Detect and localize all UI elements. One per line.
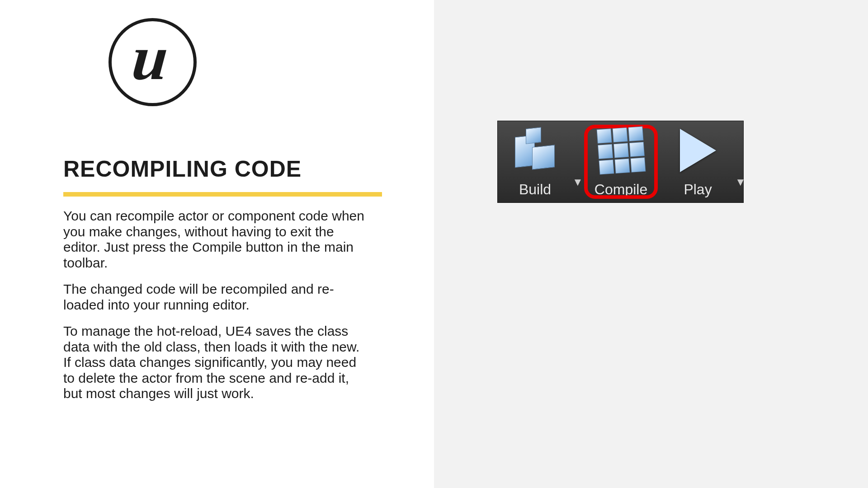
toolbar-build-item: Build	[498, 121, 572, 202]
play-icon	[680, 121, 716, 179]
compile-label: Compile	[594, 181, 647, 198]
slide-heading: RECOMPILING CODE	[63, 156, 371, 182]
left-panel: u RECOMPILING CODE You can recompile act…	[0, 0, 434, 488]
toolbar-play-item: Play	[660, 121, 735, 202]
unreal-logo: u	[108, 18, 197, 106]
build-dropdown-chevron-icon: ▼	[572, 135, 581, 188]
play-label: Play	[684, 181, 712, 198]
paragraph-3: To manage the hot-reload, UE4 saves the …	[63, 324, 371, 402]
toolbar-compile-item: Compile	[581, 121, 660, 202]
logo-wrap: u	[108, 18, 371, 106]
build-label: Build	[519, 181, 551, 198]
toolbar-screenshot: Build ▼ Compile Play ▼	[497, 121, 744, 203]
unreal-logo-letter: u	[129, 26, 170, 89]
paragraph-1: You can recompile actor or component cod…	[63, 208, 371, 271]
compile-icon	[598, 121, 644, 179]
heading-underline	[63, 192, 382, 197]
play-dropdown-chevron-icon: ▼	[735, 135, 744, 188]
right-panel: Build ▼ Compile Play ▼	[434, 0, 868, 488]
paragraph-2: The changed code will be recompiled and …	[63, 282, 371, 313]
build-icon	[510, 121, 560, 179]
